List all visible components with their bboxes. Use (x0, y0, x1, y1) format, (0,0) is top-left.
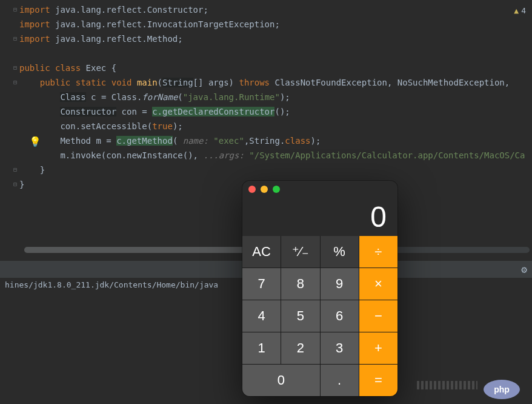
console-line: hines/jdk1.8.0_211.jdk/Contents/Home/bin… (5, 280, 218, 289)
lightbulb-icon[interactable]: 💡 (29, 135, 41, 149)
key-divide[interactable]: ÷ (359, 236, 397, 268)
key-equals[interactable]: = (359, 365, 397, 396)
close-icon[interactable] (248, 186, 256, 193)
key-decimal[interactable]: . (321, 365, 359, 396)
fold-icon[interactable]: ⊟ (13, 177, 17, 192)
php-logo: php (484, 380, 520, 399)
key-8[interactable]: 8 (281, 268, 319, 300)
key-1[interactable]: 1 (242, 332, 281, 364)
key-6[interactable]: 6 (321, 300, 359, 332)
key-2[interactable]: 2 (281, 332, 319, 364)
scrollbar-thumb[interactable] (24, 247, 267, 253)
code-editor[interactable]: ▲ 4 ⊟import java.lang.reflect.Constructo… (0, 0, 532, 194)
key-0[interactable]: 0 (242, 365, 320, 396)
key-clear[interactable]: AC (242, 236, 281, 268)
warning-indicator[interactable]: ▲ 4 (514, 4, 526, 18)
key-subtract[interactable]: − (359, 300, 397, 332)
calculator-keypad: AC ⁺∕₋ % ÷ 7 8 9 × 4 5 6 − 1 2 3 + 0 . = (242, 236, 397, 396)
calculator-window[interactable]: 0 AC ⁺∕₋ % ÷ 7 8 9 × 4 5 6 − 1 2 3 + 0 .… (242, 181, 397, 396)
key-add[interactable]: + (359, 332, 397, 364)
window-titlebar[interactable] (242, 181, 397, 197)
key-5[interactable]: 5 (281, 300, 319, 332)
maximize-icon[interactable] (273, 186, 280, 193)
key-4[interactable]: 4 (242, 300, 281, 332)
fold-icon[interactable]: ⊟ (13, 61, 17, 75)
calculator-display: 0 (242, 197, 397, 236)
minimize-icon[interactable] (261, 186, 268, 193)
warning-count: 4 (521, 4, 526, 18)
fold-icon[interactable]: ⊟ (13, 32, 17, 46)
key-multiply[interactable]: × (359, 268, 397, 300)
fold-icon[interactable]: ⊟ (13, 2, 17, 17)
fold-icon[interactable]: ⊟ (13, 163, 17, 177)
key-3[interactable]: 3 (321, 332, 359, 364)
key-7[interactable]: 7 (242, 268, 281, 300)
warning-triangle-icon: ▲ (514, 4, 519, 18)
gear-icon[interactable]: ⚙ (521, 264, 527, 275)
key-9[interactable]: 9 (321, 268, 359, 300)
key-sign[interactable]: ⁺∕₋ (281, 236, 319, 268)
key-percent[interactable]: % (321, 236, 359, 268)
watermark-scribble (417, 381, 477, 389)
fold-icon[interactable]: ⊟ (13, 75, 17, 90)
